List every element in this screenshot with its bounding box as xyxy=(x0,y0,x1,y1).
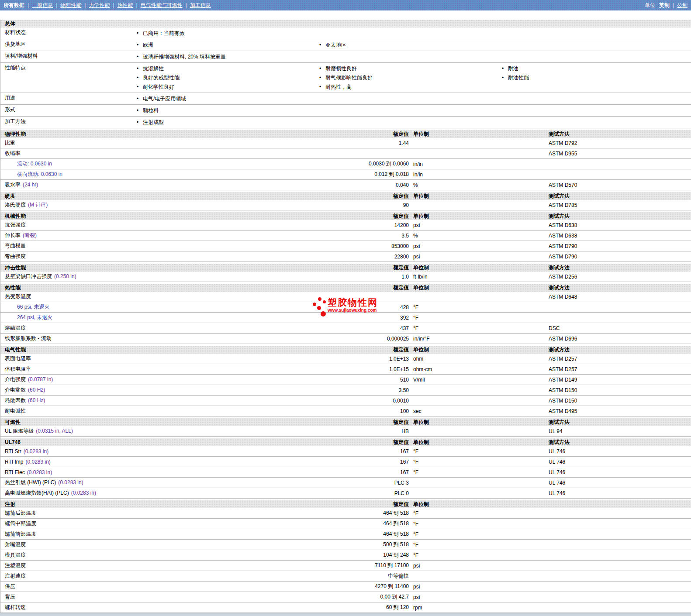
bullet-text: 耐油性能 xyxy=(508,73,529,83)
property-label: 比重 xyxy=(0,139,276,147)
section-header: 注射额定值单位制 xyxy=(0,500,691,508)
bottom-strip xyxy=(0,613,691,616)
property-unit: psi xyxy=(409,254,549,260)
header-unit-system: 单位制 xyxy=(409,346,549,354)
header-rated-value: 额定值 xyxy=(280,346,409,354)
overview-column xyxy=(501,52,691,62)
header-unit-system: 单位制 xyxy=(409,131,549,138)
test-method: UL 746 xyxy=(549,480,691,486)
overview-column xyxy=(501,118,691,127)
property-condition: (0.0283 in) xyxy=(71,490,96,496)
overview-column xyxy=(501,41,691,50)
property-row: 线形膨胀系数 - 流动0.000025in/in/°FASTM D696 xyxy=(0,334,691,344)
unit-switcher: 单位 英制 | 公制 xyxy=(645,2,688,9)
bullet-item: •耐油性能 xyxy=(501,73,691,83)
header-test-method: 测试方法 xyxy=(549,213,691,220)
property-value: 0.0030 到 0.0060 xyxy=(276,160,409,168)
property-label: 耐电弧性 xyxy=(0,407,276,415)
top-nav-bar: 所有数据|一般信息|物理性能|力学性能|热性能|电气性能与可燃性|加工信息 单位… xyxy=(0,0,691,10)
test-method: ASTM D257 xyxy=(549,356,691,362)
overview-column: •亚太地区 xyxy=(318,41,501,50)
bullet-text: 抗溶解性 xyxy=(143,64,164,73)
overview-column: •耐油•耐油性能 xyxy=(501,64,691,92)
overview-row-label: 供货地区 xyxy=(0,41,136,48)
property-label: 介电强度(0.0787 in) xyxy=(0,376,276,383)
property-unit: °F xyxy=(409,542,549,548)
property-row: 射嘴温度500 到 518°F xyxy=(0,540,691,550)
property-value: 60 到 120 xyxy=(276,604,409,611)
property-label: 66 psi, 未退火 xyxy=(0,303,276,311)
overview-columns: •玻璃纤维增强材料, 20% 填料按重量 xyxy=(136,52,691,62)
section-title: 电气性能 xyxy=(0,346,280,354)
header-test-method: 测试方法 xyxy=(549,284,691,292)
property-label: 悬壁梁缺口冲击强度(0.250 in) xyxy=(0,273,276,280)
nav-link-1[interactable]: 一般信息 xyxy=(32,2,53,9)
section-title: 注射 xyxy=(0,501,280,508)
property-row: 横向流动: 0.0630 in0.012 到 0.018in/in xyxy=(0,169,691,180)
overview-column xyxy=(318,106,501,115)
property-label: 熔融温度 xyxy=(0,324,276,332)
property-row: 弯曲强度22800psiASTM D790 xyxy=(0,251,691,262)
unit-metric-link[interactable]: 公制 xyxy=(677,2,688,9)
bullet-item: •耐油 xyxy=(501,64,691,73)
property-value: 0.012 到 0.018 xyxy=(276,171,409,178)
property-row: 注塑温度7110 到 17100psi xyxy=(0,561,691,571)
property-value: 14200 xyxy=(276,222,409,228)
property-unit: °F xyxy=(409,325,549,331)
section-header: 电气性能额定值单位制测试方法 xyxy=(0,346,691,354)
header-test-method: 测试方法 xyxy=(549,419,691,426)
property-row: 洛氏硬度(M 计秤)90ASTM D785 xyxy=(0,200,691,210)
unit-imperial-current: 英制 xyxy=(659,2,670,9)
property-row: UL 阻燃等级(0.0315 in, ALL)HBUL 94 xyxy=(0,426,691,437)
bullet-text: 玻璃纤维增强材料, 20% 填料按重量 xyxy=(143,52,226,62)
bullet-icon: • xyxy=(136,94,143,103)
property-value: 7110 到 17100 xyxy=(276,562,409,569)
property-value: 464 到 518 xyxy=(276,520,409,527)
bullet-icon: • xyxy=(136,41,143,50)
property-row: RTI Str(0.0283 in)167°FUL 746 xyxy=(0,446,691,457)
header-rated-value: 额定值 xyxy=(280,501,409,508)
bullet-icon: • xyxy=(318,73,325,83)
property-unit: ohm·cm xyxy=(409,366,549,372)
test-method: ASTM D495 xyxy=(549,408,691,414)
test-method: UL 746 xyxy=(549,448,691,454)
property-row: 流动: 0.0630 in0.0030 到 0.0060in/in xyxy=(0,159,691,169)
property-row: 耗散因数(60 Hz)0.0010ASTM D150 xyxy=(0,396,691,406)
overview-columns: •注射成型 xyxy=(136,118,691,127)
nav-item-current: 所有数据 xyxy=(3,2,24,9)
bullet-item: •耐化学性良好 xyxy=(136,83,318,92)
property-value: 0.0010 xyxy=(276,398,409,404)
nav-link-3[interactable]: 力学性能 xyxy=(89,2,110,9)
bullet-item: •耐磨损性良好 xyxy=(318,64,501,73)
property-row: 比重1.44ASTM D792 xyxy=(0,138,691,148)
nav-link-5[interactable]: 电气性能与可燃性 xyxy=(141,2,183,9)
header-test-method: 测试方法 xyxy=(549,131,691,138)
property-label: RTI Str(0.0283 in) xyxy=(0,448,276,454)
overview-row: 填料/增强材料•玻璃纤维增强材料, 20% 填料按重量 xyxy=(0,51,691,63)
nav-link-6[interactable]: 加工信息 xyxy=(190,2,211,9)
overview-row-label: 材料状态 xyxy=(0,29,136,36)
property-value: 中等偏快 xyxy=(276,572,409,580)
section-header: 热性能额定值单位制测试方法 xyxy=(0,284,691,292)
overview-column xyxy=(318,52,501,62)
property-value: 1.0E+13 xyxy=(276,356,409,362)
test-method: ASTM D570 xyxy=(549,182,691,188)
section-title: 机械性能 xyxy=(0,213,280,220)
property-label: 表面电阻率 xyxy=(0,355,276,362)
test-method: DSC xyxy=(549,325,691,331)
test-method: ASTM D257 xyxy=(549,366,691,372)
property-unit: ft·lb/in xyxy=(409,274,549,280)
property-label: 线形膨胀系数 - 流动 xyxy=(0,335,276,342)
nav-link-4[interactable]: 热性能 xyxy=(117,2,133,9)
test-method: UL 94 xyxy=(549,428,691,434)
property-value: 1.0 xyxy=(276,274,409,280)
nav-separator: | xyxy=(673,2,674,8)
nav-link-2[interactable]: 物理性能 xyxy=(60,2,81,9)
section-title: 物理性能 xyxy=(0,131,280,138)
property-value: 100 xyxy=(276,408,409,414)
property-value: 167 xyxy=(276,459,409,465)
test-method: ASTM D790 xyxy=(549,254,691,260)
test-method: ASTM D648 xyxy=(549,294,691,300)
property-row: 熔融温度437°FDSC xyxy=(0,323,691,334)
header-rated-value: 额定值 xyxy=(280,193,409,200)
